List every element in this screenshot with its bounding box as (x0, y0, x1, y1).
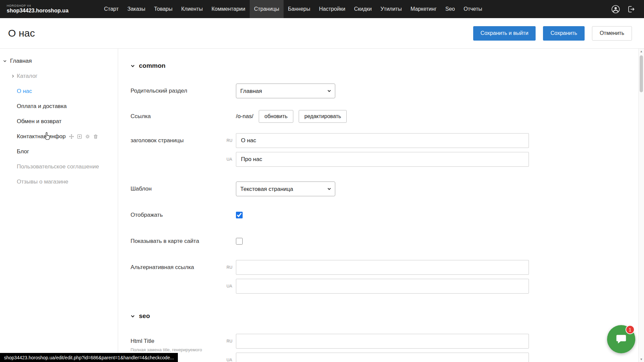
tree-item-label: Отзывы о магазине (17, 178, 68, 185)
sidebar-item-agreement[interactable]: Пользовательское соглашение (0, 159, 118, 174)
lang-tag-ua: UA (227, 284, 236, 289)
link-update-button[interactable]: обновить (259, 110, 293, 123)
sidebar-item-reviews[interactable]: Отзывы о магазине (0, 174, 118, 189)
sidebar-item-oplata[interactable]: Оплата и доставка (0, 99, 118, 114)
tree-item-label: Каталог (17, 73, 38, 80)
menu-item-banners[interactable]: Баннеры (284, 0, 314, 18)
tree-item-label: Контактная инфор (17, 133, 66, 140)
scroll-down-arrow-icon[interactable]: ▼ (639, 357, 644, 362)
chat-icon (615, 333, 628, 346)
html-title-label: Html Title (131, 338, 227, 345)
menu-item-seo[interactable]: Seo (441, 0, 459, 18)
page-title: О нас (0, 28, 35, 39)
sidebar-item-kontaktnaya[interactable]: Контактная инфор (0, 129, 118, 144)
page-edit-form: common Родительский раздел Главная Ссылк… (118, 49, 638, 362)
lang-tag-ru: RU (227, 265, 236, 270)
chevron-right-icon[interactable] (11, 74, 15, 78)
chat-unread-badge: 1 (626, 325, 635, 334)
status-url-text: shop34423.horoshop.ua/edit/edit.php?id=6… (4, 355, 174, 360)
trash-icon[interactable] (93, 134, 98, 139)
template-select[interactable]: Текстовая страница (236, 182, 335, 196)
main-menu: Старт Заказы Товары Клиенты Комментарии … (100, 0, 487, 18)
menu-item-pages[interactable]: Страницы (250, 0, 284, 18)
menu-item-comments[interactable]: Комментарии (207, 0, 250, 18)
menu-item-reports[interactable]: Отчеты (459, 0, 486, 18)
page-title-ru-input[interactable] (236, 133, 529, 148)
tree-item-label: Оплата и доставка (17, 103, 67, 110)
add-icon[interactable] (77, 134, 82, 139)
sidebar-item-obmen[interactable]: Обмен и возврат (0, 114, 118, 129)
sidebar-item-glavnaya[interactable]: Главная (0, 53, 118, 68)
topbar: HOROSHOP V4 shop34423.horoshop.ua Старт … (0, 0, 644, 18)
menu-item-start[interactable]: Старт (100, 0, 123, 18)
brand-domain: shop34423.horoshop.ua (7, 8, 100, 14)
cancel-button[interactable]: Отменить (592, 26, 632, 41)
vertical-scrollbar[interactable]: ▲ ▼ (638, 49, 644, 362)
lang-tag-ru: RU (227, 339, 236, 344)
page-title-ua-input[interactable] (236, 152, 529, 167)
tree-item-label: Главная (10, 58, 32, 64)
menu-item-orders[interactable]: Заказы (123, 0, 149, 18)
menu-item-marketing[interactable]: Маркетинг (406, 0, 441, 18)
brand[interactable]: HOROSHOP V4 shop34423.horoshop.ua (0, 4, 100, 13)
page-title-label: заголовок страницы (131, 133, 227, 144)
tree-item-label: Блог (17, 148, 29, 155)
sitemap-checkbox[interactable] (236, 238, 243, 245)
scroll-up-arrow-icon[interactable]: ▲ (639, 49, 644, 54)
menu-item-discounts[interactable]: Скидки (350, 0, 376, 18)
status-url-bar: shop34423.horoshop.ua/edit/edit.php?id=6… (0, 353, 178, 362)
template-label: Шаблон (131, 186, 227, 192)
display-checkbox[interactable] (236, 212, 243, 218)
alt-link-ua-input[interactable] (236, 279, 529, 294)
link-path: /o-nas/ (236, 113, 253, 120)
chevron-down-icon (131, 314, 135, 318)
section-header-common[interactable]: common (131, 62, 638, 69)
display-label: Отображать (131, 212, 227, 218)
pages-tree-sidebar: Главная Каталог О нас Оплата и доставка … (0, 49, 118, 362)
html-title-hint: Полная замена title, генерируемого (131, 347, 227, 352)
sidebar-item-o-nas[interactable]: О нас (0, 84, 118, 99)
lang-tag-ua: UA (227, 157, 236, 162)
link-edit-button[interactable]: редактировать (299, 110, 347, 123)
tree-item-label: Пользовательское соглашение (17, 163, 99, 170)
sidebar-item-blog[interactable]: Блог (0, 144, 118, 159)
menu-item-settings[interactable]: Настройки (314, 0, 349, 18)
save-and-exit-button[interactable]: Сохранить и выйти (473, 26, 536, 41)
chevron-down-icon[interactable] (3, 59, 7, 63)
move-icon[interactable] (69, 134, 74, 139)
lang-tag-ua: UA (227, 358, 236, 362)
menu-item-utilities[interactable]: Утилиты (376, 0, 406, 18)
menu-item-products[interactable]: Товары (150, 0, 177, 18)
logout-icon[interactable] (627, 5, 635, 13)
html-title-ua-input[interactable] (236, 353, 529, 362)
lang-tag-ru: RU (227, 138, 236, 143)
alt-link-ru-input[interactable] (236, 260, 529, 275)
save-button[interactable]: Сохранить (543, 26, 585, 41)
sidebar-item-katalog[interactable]: Каталог (0, 68, 118, 84)
sitemap-label: Показывать в карте сайта (131, 238, 227, 245)
chat-launcher-button[interactable]: 1 (607, 325, 635, 353)
menu-item-clients[interactable]: Клиенты (177, 0, 207, 18)
tree-item-label: Обмен и возврат (17, 118, 61, 125)
chevron-down-icon (131, 64, 135, 68)
page-header: О нас Сохранить и выйти Сохранить Отмени… (0, 18, 644, 49)
scrollbar-thumb[interactable] (640, 55, 643, 92)
user-icon[interactable] (611, 5, 620, 14)
alt-link-label: Альтернативная ссылка (131, 260, 227, 271)
html-title-ru-input[interactable] (236, 334, 529, 349)
link-label: Ссылка (131, 113, 227, 120)
tree-item-label: О нас (17, 88, 32, 95)
brand-version: HOROSHOP V4 (7, 4, 100, 8)
gear-icon[interactable] (85, 134, 90, 139)
section-header-seo[interactable]: seo (131, 312, 638, 320)
parent-section-label: Родительский раздел (131, 88, 227, 94)
parent-section-select[interactable]: Главная (236, 84, 335, 98)
